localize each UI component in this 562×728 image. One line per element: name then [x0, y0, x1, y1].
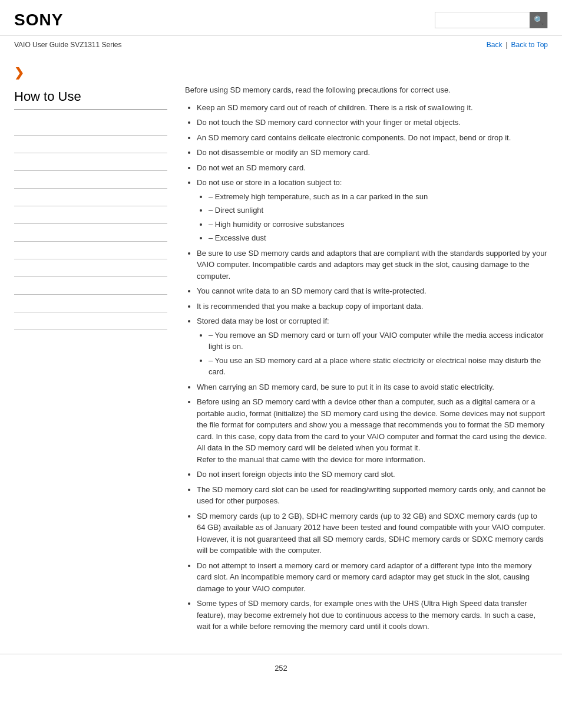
sony-logo: SONY: [14, 11, 63, 29]
list-item: Do not wet an SD memory card.: [197, 162, 548, 174]
sub-list-item: High humidity or corrosive substances: [209, 219, 548, 230]
sub-list: Extremely high temperature, such as in a…: [209, 191, 548, 244]
sub-list: You remove an SD memory card or turn off…: [209, 330, 548, 378]
page-footer: 252: [0, 654, 562, 682]
content-area: ❯ How to Use Before using SD memory card…: [0, 54, 562, 636]
list-item: When carrying an SD memory card, be sure…: [197, 381, 548, 393]
list-item: Do not disassemble or modify an SD memor…: [197, 147, 548, 159]
sidebar: ❯ How to Use: [14, 54, 179, 636]
sidebar-item-10[interactable]: [14, 277, 167, 295]
main-content: Before using SD memory cards, read the f…: [179, 54, 548, 636]
list-item: Do not touch the SD memory card connecto…: [197, 117, 548, 129]
list-item: Stored data may be lost or corrupted if:…: [197, 315, 548, 378]
search-input[interactable]: [435, 12, 530, 28]
sidebar-item-7[interactable]: [14, 224, 167, 242]
page-header: SONY 🔍: [0, 0, 562, 36]
sub-list-item: You remove an SD memory card or turn off…: [209, 330, 548, 353]
sidebar-item-12[interactable]: [14, 312, 167, 330]
nav-links: Back | Back to Top: [487, 41, 548, 49]
sidebar-item-8[interactable]: [14, 242, 167, 259]
breadcrumb: VAIO User Guide SVZ1311 Series: [14, 41, 122, 49]
sub-list-item: Extremely high temperature, such as in a…: [209, 191, 548, 203]
list-item: Before using an SD memory card with a de…: [197, 396, 548, 465]
page-number: 252: [275, 664, 287, 673]
nav-bar: VAIO User Guide SVZ1311 Series Back | Ba…: [0, 36, 562, 54]
search-icon: 🔍: [534, 15, 544, 25]
list-item: Be sure to use SD memory cards and adapt…: [197, 248, 548, 282]
sidebar-item-9[interactable]: [14, 259, 167, 277]
sidebar-item-1[interactable]: [14, 118, 167, 136]
sub-list-item: You use an SD memory card at a place whe…: [209, 355, 548, 378]
list-item: SD memory cards (up to 2 GB), SDHC memor…: [197, 510, 548, 556]
precautions-list: Keep an SD memory card out of reach of c…: [197, 102, 548, 633]
search-box: 🔍: [435, 12, 548, 28]
nav-separator: |: [505, 41, 507, 49]
search-button[interactable]: 🔍: [530, 12, 547, 28]
list-item: Some types of SD memory cards, for examp…: [197, 598, 548, 633]
sidebar-item-2[interactable]: [14, 136, 167, 153]
back-link[interactable]: Back: [487, 41, 503, 49]
list-item: Do not use or store in a location subjec…: [197, 177, 548, 244]
back-to-top-link[interactable]: Back to Top: [511, 41, 548, 49]
list-item: You cannot write data to an SD memory ca…: [197, 285, 548, 297]
list-item: Do not insert foreign objects into the S…: [197, 469, 548, 480]
sidebar-item-3[interactable]: [14, 153, 167, 171]
sub-list-item: Direct sunlight: [209, 205, 548, 216]
list-item: Do not attempt to insert a memory card o…: [197, 560, 548, 595]
list-item: Keep an SD memory card out of reach of c…: [197, 102, 548, 114]
sidebar-title: How to Use: [14, 89, 167, 110]
sidebar-item-4[interactable]: [14, 171, 167, 189]
list-item: It is recommended that you make a backup…: [197, 301, 548, 312]
chevron-icon: ❯: [14, 65, 167, 80]
sidebar-item-11[interactable]: [14, 295, 167, 312]
sidebar-item-5[interactable]: [14, 189, 167, 206]
sub-list-item: Excessive dust: [209, 232, 548, 244]
list-item: The SD memory card slot can be used for …: [197, 484, 548, 507]
intro-text: Before using SD memory cards, read the f…: [185, 84, 548, 96]
list-item: An SD memory card contains delicate elec…: [197, 132, 548, 144]
sidebar-item-6[interactable]: [14, 206, 167, 224]
